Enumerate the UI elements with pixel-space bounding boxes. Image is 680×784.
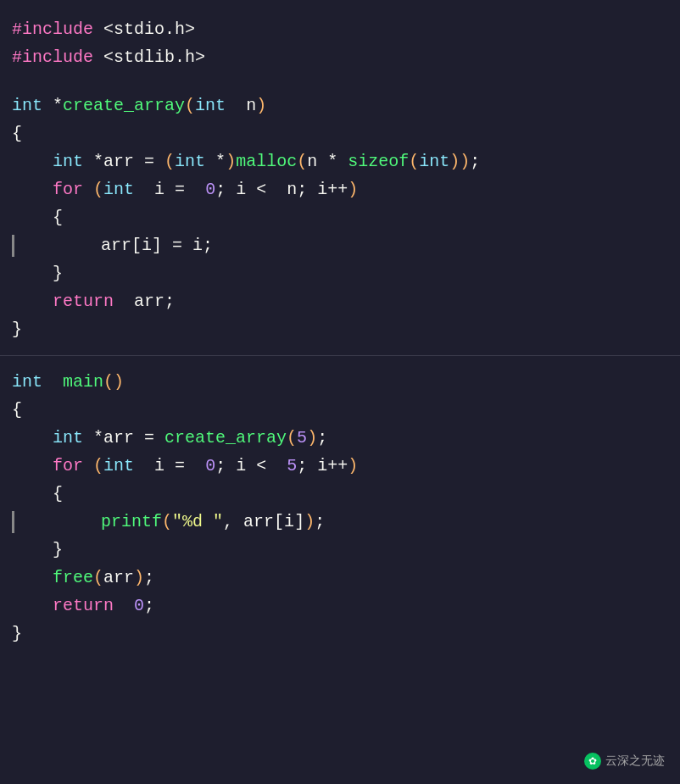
include-line-2: #include <stdlib.h> [12, 43, 668, 71]
function2-block: int main() { int *arr = create_array(5);… [0, 368, 680, 648]
includes-block: #include <stdio.h> #include <stdlib.h> [0, 15, 680, 71]
func2-close-brace: } [12, 620, 668, 648]
func1-inner-line: arr[i] = i; [12, 231, 668, 259]
func1-close-brace: } [12, 315, 668, 343]
watermark-icon: ✿ [584, 753, 601, 770]
divider [0, 355, 680, 356]
func1-line2: for (int i = 0; i < n; i++) [12, 175, 668, 203]
func2-line1: int *arr = create_array(5); [12, 424, 668, 452]
code-container: #include <stdio.h> #include <stdlib.h> i… [0, 0, 680, 784]
func2-inner-line: printf("%d ", arr[i]); [12, 508, 668, 536]
func1-return: return arr; [12, 287, 668, 315]
function1-block: int *create_array(int n) { int *arr = (i… [0, 92, 680, 343]
func2-line2: for (int i = 0; i < 5; i++) [12, 452, 668, 480]
include-line-1: #include <stdio.h> [12, 15, 668, 43]
func2-open-brace: { [12, 396, 668, 424]
func2-signature: int main() [12, 368, 668, 396]
func2-return: return 0; [12, 592, 668, 620]
watermark-text: 云深之无迹 [605, 752, 665, 770]
func1-open-brace: { [12, 120, 668, 147]
func1-signature: int *create_array(int n) [12, 92, 668, 120]
func2-inner-close: } [12, 536, 668, 564]
func1-inner-close: } [12, 259, 668, 287]
func2-inner-open: { [12, 480, 668, 508]
func1-line1: int *arr = (int *)malloc(n * sizeof(int)… [12, 147, 668, 175]
watermark: ✿ 云深之无迹 [584, 752, 665, 770]
func1-inner-open: { [12, 203, 668, 231]
func2-free: free(arr); [12, 564, 668, 592]
